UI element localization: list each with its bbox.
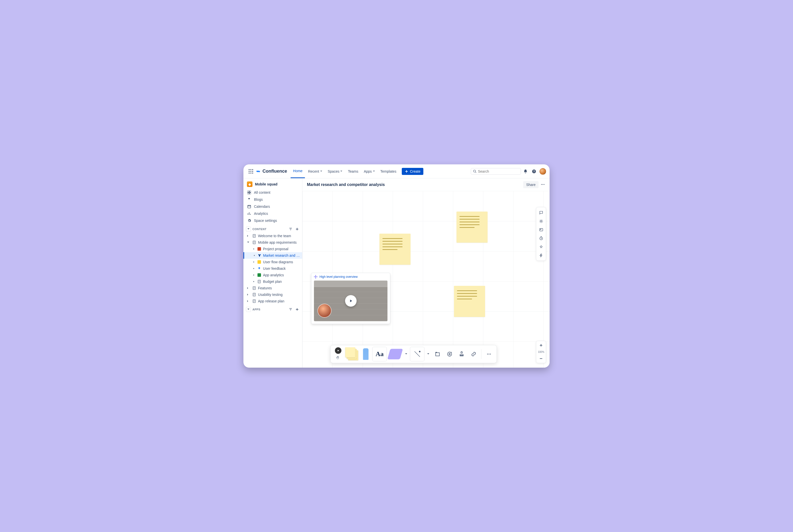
confluence-logo-icon [256,169,261,174]
tree-app-analytics[interactable]: • App analytics [243,272,302,278]
zoom-in-button[interactable] [536,341,546,349]
expand-icon[interactable] [246,234,250,238]
tree-features[interactable]: Features [243,285,302,291]
nav-templates[interactable]: Templates [378,165,399,178]
tool-shape-more[interactable] [403,347,409,361]
sidebar-space-settings[interactable]: Space settings [243,217,302,224]
tree-welcome[interactable]: Welcome to the team [243,233,302,239]
play-button[interactable] [345,295,357,307]
gear-icon [247,219,251,223]
create-button[interactable]: Create [402,168,423,175]
tool-more[interactable] [484,347,495,361]
tree-market-research[interactable]: • Market research and co… [243,252,302,259]
more-actions-icon[interactable] [541,182,545,187]
share-button[interactable]: Share [523,181,539,188]
app-shell: Confluence Home Recent Spaces Teams Apps… [243,164,550,368]
sticky-note[interactable] [454,286,485,317]
svg-point-29 [315,276,316,277]
comments-icon[interactable] [537,209,545,216]
tool-sticky-note[interactable] [345,347,359,361]
calendar-icon [247,205,251,208]
svg-rect-31 [316,278,316,279]
tool-line-more[interactable] [426,347,431,361]
nav-teams[interactable]: Teams [345,165,361,178]
section-collapse-button[interactable] [246,307,251,312]
svg-rect-38 [436,353,439,356]
embed-icon[interactable] [537,226,545,233]
svg-point-40 [449,353,451,355]
svg-point-26 [541,184,542,185]
tree-budget-plan[interactable]: • Budget plan [243,278,302,285]
svg-rect-15 [249,193,251,194]
tool-image[interactable] [444,347,455,361]
search-field[interactable] [471,168,521,175]
tree-mobile-app[interactable]: Mobile app requirements [243,239,302,246]
sidebar-calendars[interactable]: Calendars [243,203,302,210]
nav-apps[interactable]: Apps [361,165,377,178]
add-app-button[interactable] [295,307,300,312]
nav-recent[interactable]: Recent [305,165,324,178]
brand[interactable]: Confluence [256,169,287,174]
timer-icon[interactable] [537,234,545,242]
svg-point-42 [489,354,489,354]
powerpoint-icon [257,247,262,251]
tree-user-feedback[interactable]: • User feedback [243,265,302,272]
loom-icon [314,275,318,279]
tool-pointer[interactable] [333,347,344,361]
svg-rect-30 [316,275,316,276]
filter-icon[interactable] [288,307,293,312]
sidebar-all-content[interactable]: All content [243,189,302,196]
add-content-button[interactable] [295,227,300,232]
svg-rect-8 [252,173,253,174]
tree-usability[interactable]: Usability testing [243,291,302,298]
sidebar-blogs[interactable]: ❞ Blogs [243,196,302,203]
reactions-icon[interactable] [537,217,545,225]
tool-section[interactable] [432,347,443,361]
space-header[interactable]: ◆ Mobile squad [243,178,302,189]
expand-icon[interactable] [246,287,250,290]
nav-spaces[interactable]: Spaces [325,165,345,178]
notifications-icon[interactable] [522,167,529,175]
tool-shape[interactable] [388,347,402,361]
app-switcher-icon[interactable] [247,167,255,175]
whiteboard-icon [258,254,262,257]
tree-user-flow[interactable]: • User flow diagrams [243,259,302,265]
zoom-level[interactable]: 100% [538,349,544,354]
miro-icon [257,260,262,264]
whiteboard-canvas[interactable]: High level planning overview [302,191,550,368]
collapse-icon[interactable] [246,241,250,244]
page-toolbar: Market research and competitor analysis … [302,178,550,191]
video-card[interactable]: High level planning overview [311,273,390,324]
sticky-note[interactable] [456,212,488,243]
right-rail [536,207,546,261]
expand-icon[interactable] [246,293,250,296]
page-title: Market research and competitor analysis [307,183,385,187]
svg-rect-0 [249,169,250,170]
tree-project-proposal[interactable]: • Project proposal [243,246,302,252]
tool-link[interactable] [468,347,479,361]
pin-icon[interactable] [537,243,545,250]
search-icon [473,169,476,173]
section-collapse-button[interactable] [246,227,251,232]
nav-home[interactable]: Home [290,165,305,178]
tool-pen[interactable] [360,347,372,361]
svg-point-27 [543,184,543,185]
page-icon [252,293,257,296]
jira-icon [257,267,262,270]
tool-stamp[interactable] [456,347,467,361]
sidebar-analytics[interactable]: Analytics [243,210,302,217]
expand-icon[interactable] [246,300,250,303]
svg-rect-14 [247,193,249,194]
bolt-icon[interactable] [537,251,545,259]
page-icon [252,234,257,238]
help-icon[interactable]: ? [530,167,538,175]
search-input[interactable] [478,169,519,173]
space-logo-icon: ◆ [247,182,252,187]
filter-icon[interactable] [288,227,293,232]
tree-release[interactable]: App release plan [243,298,302,304]
tool-text[interactable]: Aa [373,347,387,361]
avatar[interactable] [540,168,546,175]
zoom-out-button[interactable] [536,354,546,363]
sticky-note[interactable] [379,234,411,265]
tool-line[interactable] [410,347,424,361]
